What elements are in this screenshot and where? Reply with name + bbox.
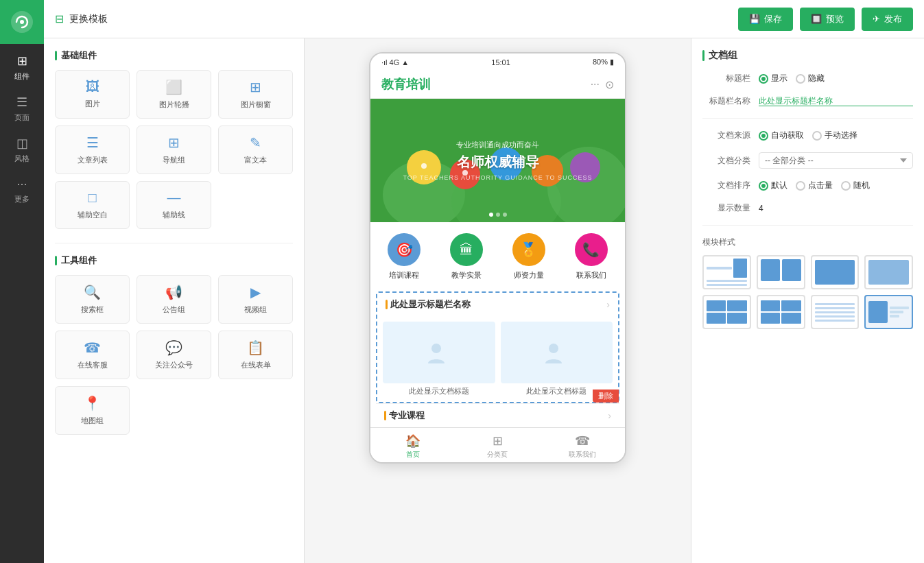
comp-rich[interactable]: ✎ 富文本	[218, 125, 293, 174]
nav-style-label: 风格	[14, 154, 29, 164]
save-icon: 💾	[749, 14, 760, 24]
article-icon: ☰	[86, 134, 99, 151]
nav-item-widget[interactable]: ⊞ 组件	[0, 47, 44, 88]
svg-point-15	[549, 344, 558, 353]
doc-section[interactable]: 此处显示标题栏名称 › 此处显示文档标题	[376, 291, 619, 403]
doc-item-title-1: 此处显示文档标题	[383, 386, 495, 396]
menu-item-classroom[interactable]: 🏛 教学实景	[438, 233, 495, 280]
random-sort-radio[interactable]: 随机	[841, 180, 870, 191]
comp-image[interactable]: 🖼 图片	[55, 70, 130, 119]
publish-button[interactable]: ✈ 发布	[862, 8, 913, 31]
comp-nav[interactable]: ⊞ 导航组	[137, 125, 211, 174]
default-sort-radio[interactable]: 默认	[759, 180, 787, 191]
nav-icon: ⊞	[168, 134, 180, 151]
contact-circle: 📞	[575, 233, 608, 266]
nav-widget-label: 组件	[14, 71, 29, 82]
phone-banner: 专业培训通向成功而奋斗 名师权威辅导 TOP TEACHERS AUTHORIT…	[370, 99, 625, 222]
style-option-7[interactable]	[811, 295, 860, 329]
style-option-4[interactable]	[864, 255, 913, 289]
image-icon: 🖼	[86, 79, 99, 95]
click-sort-circle	[796, 181, 805, 191]
comp-space[interactable]: □ 辅助空白	[55, 181, 130, 229]
style-option-2[interactable]	[757, 255, 805, 289]
nav-home[interactable]: 🏠 首页	[370, 433, 455, 459]
change-template-label: 更换模板	[69, 13, 108, 25]
menu-item-course[interactable]: 🎯 培训课程	[376, 233, 433, 280]
titlename-input[interactable]	[759, 96, 913, 106]
change-template-button[interactable]: ⊟ 更换模板	[55, 12, 108, 25]
comp-follow[interactable]: 💬 关注公众号	[137, 331, 211, 379]
comp-search[interactable]: 🔍 搜索框	[55, 275, 130, 324]
rich-icon: ✎	[250, 134, 261, 151]
comp-map[interactable]: 📍 地图组	[55, 386, 130, 435]
style-option-6[interactable]	[757, 295, 805, 329]
doccategory-select[interactable]: -- 全部分类 --	[759, 152, 913, 169]
show-radio[interactable]: 显示	[759, 73, 787, 84]
comp-video[interactable]: ▶ 视频组	[218, 275, 293, 324]
phone-header: 教育培训 ··· ⊙	[370, 71, 625, 99]
doc-section-title: 此处显示标题栏名称	[386, 298, 471, 311]
map-icon: 📍	[84, 395, 101, 411]
nav-item-style[interactable]: ◫ 风格	[0, 129, 44, 170]
main-area: 基础组件 🖼 图片 ⬜ 图片轮播 ⊞ 图片橱窗 ☰ 文章列表 ⊞ 导航组	[44, 38, 924, 563]
tool-component-grid: 🔍 搜索框 📢 公告组 ▶ 视频组 ☎ 在线客服 💬 关注公众号 📋 在线表	[55, 275, 293, 435]
preview-icon: 🔲	[811, 14, 822, 24]
hide-radio-circle	[796, 74, 805, 84]
form-row-docsort: 文档排序 默认 点击量 随机	[702, 180, 913, 191]
comp-notice[interactable]: 📢 公告组	[137, 275, 211, 324]
nav-category[interactable]: ⊞ 分类页	[455, 433, 541, 459]
preview-area: ·ıl 4G ▲ 15:01 80% ▮ 教育培训 ··· ⊙	[305, 38, 691, 563]
phone-status-bar: ·ıl 4G ▲ 15:01 80% ▮	[370, 53, 625, 71]
count-value: 4	[759, 204, 763, 213]
save-button[interactable]: 💾 保存	[738, 8, 793, 31]
auto-radio[interactable]: 自动获取	[759, 130, 804, 141]
dot-2	[496, 213, 500, 217]
manual-radio[interactable]: 手动选择	[812, 130, 857, 141]
delete-button[interactable]: 删除	[593, 390, 619, 403]
comp-customer[interactable]: ☎ 在线客服	[55, 331, 130, 379]
doc-grid: 此处显示文档标题 此处显示文档标题	[377, 316, 618, 402]
style-option-8[interactable]	[864, 295, 913, 329]
nav-item-more[interactable]: ··· 更多	[0, 170, 44, 211]
titlebar-label: 标题栏	[702, 73, 750, 84]
app-logo	[0, 0, 44, 44]
nav-contact[interactable]: ☎ 联系我们	[540, 433, 625, 459]
auto-radio-circle	[759, 131, 768, 141]
classroom-circle: 🏛	[450, 233, 483, 266]
banner-title: 名师权威辅导	[403, 153, 592, 171]
banner-sub: 专业培训通向成功而奋斗	[403, 140, 592, 150]
show-radio-circle	[759, 74, 768, 84]
preview-button[interactable]: 🔲 预览	[800, 8, 855, 31]
docsource-controls: 自动获取 手动选择	[759, 130, 913, 141]
doc-item-2: 此处显示文档标题	[501, 322, 613, 396]
comp-form[interactable]: 📋 在线表单	[218, 331, 293, 379]
style-option-5[interactable]	[702, 295, 751, 329]
dot-3	[503, 213, 507, 217]
menu-item-contact[interactable]: 📞 联系我们	[562, 233, 619, 280]
record-icon[interactable]: ⊙	[605, 78, 614, 91]
docsort-controls: 默认 点击量 随机	[759, 180, 913, 191]
titlebar-controls: 显示 隐藏	[759, 73, 913, 84]
doc-thumb-1	[383, 322, 495, 383]
teacher-circle: 🏅	[512, 233, 545, 266]
random-sort-circle	[841, 181, 851, 191]
carousel-icon: ⬜	[165, 79, 182, 95]
comp-window[interactable]: ⊞ 图片橱窗	[218, 70, 293, 119]
form-row-count: 显示数量 4	[702, 202, 913, 214]
style-option-3[interactable]	[811, 255, 860, 289]
hide-radio[interactable]: 隐藏	[796, 73, 825, 84]
page-icon: ☰	[16, 95, 27, 110]
comp-carousel[interactable]: ⬜ 图片轮播	[137, 70, 211, 119]
course-arrow: ›	[608, 410, 611, 421]
comp-line[interactable]: — 辅助线	[137, 181, 211, 229]
click-sort-radio[interactable]: 点击量	[796, 180, 833, 191]
style-option-1[interactable]	[702, 255, 751, 289]
comp-article[interactable]: ☰ 文章列表	[55, 125, 130, 174]
top-bar: ⊟ 更换模板 💾 保存 🔲 预览 ✈ 发布	[44, 0, 924, 38]
more-dots-icon[interactable]: ···	[591, 78, 600, 91]
phone-header-icons: ··· ⊙	[591, 78, 614, 91]
menu-item-teacher[interactable]: 🏅 师资力量	[501, 233, 558, 280]
right-panel: 文档组 标题栏 显示 隐藏 标题栏名称 文档来源	[691, 38, 924, 563]
nav-page-label: 页面	[14, 112, 29, 123]
nav-item-page[interactable]: ☰ 页面	[0, 88, 44, 129]
